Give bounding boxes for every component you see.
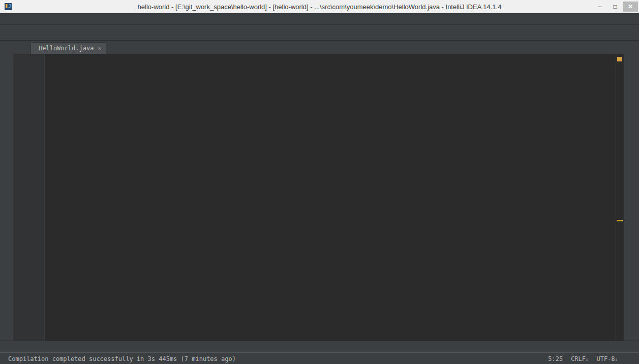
intellij-logo-icon bbox=[4, 3, 12, 11]
caret-position[interactable]: 5:25 bbox=[548, 355, 563, 362]
close-button[interactable]: ✕ bbox=[623, 2, 638, 12]
editor-tab-bar: HelloWorld.java × bbox=[13, 41, 624, 54]
maximize-button[interactable]: □ bbox=[607, 2, 623, 12]
editor-gutter bbox=[13, 54, 45, 341]
error-stripe[interactable] bbox=[616, 54, 624, 341]
minimize-button[interactable]: – bbox=[592, 2, 607, 12]
tab-helloworld-java[interactable]: HelloWorld.java × bbox=[31, 42, 106, 54]
warning-marker[interactable] bbox=[617, 57, 622, 61]
status-message: Compilation completed successfully in 3s… bbox=[8, 355, 236, 362]
code-editor[interactable] bbox=[13, 54, 624, 341]
tool-window-bar bbox=[0, 341, 639, 352]
status-bar: Compilation completed successfully in 3s… bbox=[0, 352, 639, 364]
encoding-selector[interactable]: UTF-8↕ bbox=[596, 355, 618, 362]
tab-label: HelloWorld.java bbox=[39, 45, 94, 52]
line-separator-selector[interactable]: CRLF↕ bbox=[571, 355, 588, 362]
main-toolbar bbox=[0, 25, 639, 41]
spinner-arrows-icon: ↕ bbox=[615, 357, 618, 362]
title-bar: hello-world - [E:\git_work_space\hello-w… bbox=[0, 0, 639, 13]
code-area[interactable] bbox=[45, 54, 616, 341]
right-tool-stripe bbox=[624, 41, 639, 341]
menu-bar bbox=[0, 13, 639, 25]
window-title: hello-world - [E:\git_work_space\hello-w… bbox=[0, 3, 639, 11]
left-tool-stripe bbox=[0, 41, 13, 341]
identifier-marker[interactable] bbox=[617, 220, 623, 221]
spinner-arrows-icon: ↕ bbox=[586, 357, 588, 362]
tab-close-icon[interactable]: × bbox=[98, 45, 101, 52]
ide-window: hello-world - [E:\git_work_space\hello-w… bbox=[0, 0, 639, 364]
